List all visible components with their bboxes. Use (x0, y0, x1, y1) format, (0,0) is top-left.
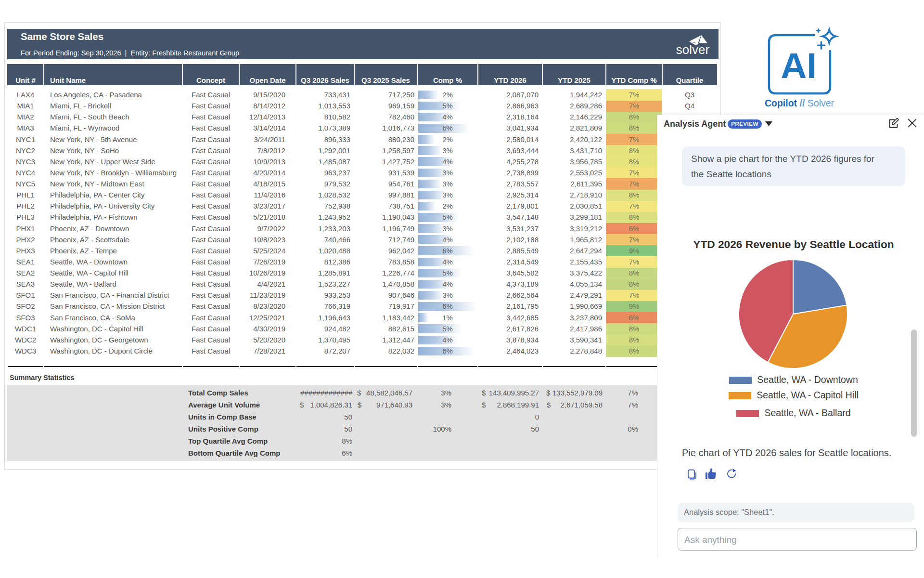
svg-text:AI: AI (781, 45, 817, 86)
svg-text:solver: solver (676, 42, 710, 57)
